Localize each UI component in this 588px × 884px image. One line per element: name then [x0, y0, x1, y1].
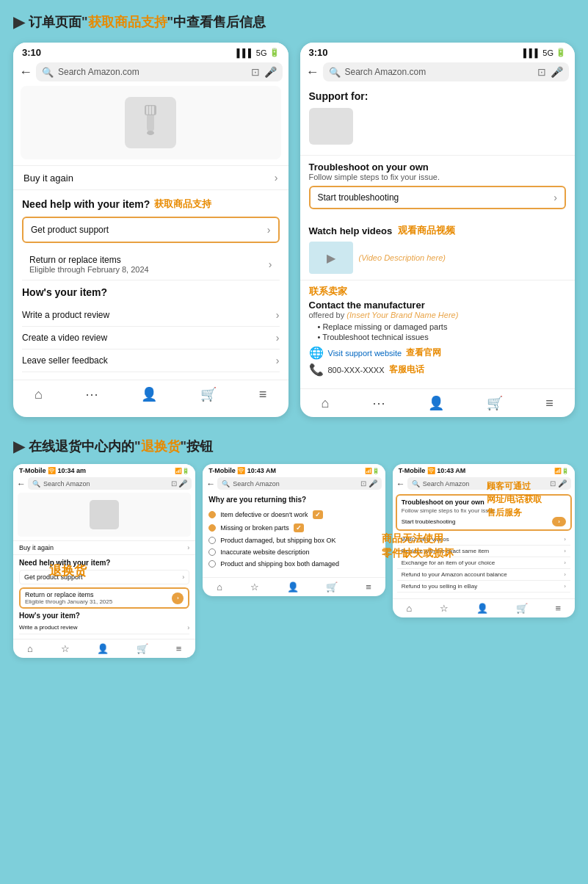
return-title-sm1: Return or replace items — [25, 591, 112, 598]
nav-cart-icon[interactable]: 🛒 — [200, 386, 217, 402]
search-bar-sm2[interactable]: 🔍 Search Amazon ⊡ 🎤 — [217, 477, 381, 490]
nav-home-icon[interactable]: ⌂ — [35, 387, 43, 402]
search-icons-sm3: ⊡ 🎤 — [550, 479, 567, 488]
contact-label-row: 联系卖家 — [309, 285, 567, 298]
return-reason-inaccurate[interactable]: Inaccurate website description — [208, 546, 379, 558]
refund-seller-row[interactable]: Refund to you selling in eBay › — [397, 581, 570, 593]
watch-videos-section: Watch help videos 观看商品视频 ▶ (Video Descri… — [300, 218, 576, 280]
phone-sm2-wrapper: T-Mobile 🛜 10:43 AM 📶🔋 ← 🔍 Search Amazon… — [203, 464, 385, 658]
nav-cart-icon-r[interactable]: 🛒 — [487, 395, 503, 411]
phone-left-bottom-nav: ⌂ ⋯ 👤 🛒 ≡ — [13, 380, 288, 408]
create-video-row[interactable]: Create a video review › — [22, 327, 280, 349]
get-product-support-text: Get product support — [31, 225, 109, 235]
video-thumbnail[interactable]: ▶ — [309, 242, 353, 274]
nav-home-sm1[interactable]: ⌂ — [27, 643, 33, 654]
watch-videos-chinese: 观看商品视频 — [398, 224, 455, 237]
nav-account-sm2[interactable]: 👤 — [287, 582, 299, 593]
start-troubleshooting-btn[interactable]: Start troubleshooting › — [309, 186, 567, 209]
get-support-btn-sm1[interactable]: Get product support › — [19, 570, 189, 584]
refund-amazon-text: Refund to your Amazon account balance — [402, 571, 507, 578]
return-row-sm1[interactable]: Return or replace items Eligible through… — [19, 587, 189, 609]
nav-menu-sm2[interactable]: ≡ — [366, 582, 371, 593]
back-arrow-left[interactable]: ← — [19, 65, 32, 80]
nav-search-sm1[interactable]: ☆ — [61, 643, 70, 654]
section2: ▶ 在线退货中心内的"退换货"按钮 T-Mobile 🛜 10:34 am 📶🔋… — [13, 438, 575, 658]
phone-icon: 📞 — [309, 363, 324, 377]
contact-phone-row[interactable]: 📞 800-XXX-XXXX 客服电话 — [309, 363, 567, 377]
radio-inaccurate[interactable] — [208, 548, 216, 556]
highlighted-title: Troubleshoot on your own — [402, 499, 566, 506]
radio-damaged[interactable] — [208, 537, 216, 544]
nav-cart-sm1[interactable]: 🛒 — [137, 643, 148, 654]
phone-right-time: 3:10 — [309, 47, 328, 58]
radio-missing[interactable] — [208, 524, 216, 532]
nav-cart-sm3[interactable]: 🛒 — [516, 603, 528, 614]
radio-shipping[interactable] — [208, 560, 216, 568]
search-input-sm3[interactable]: Search Amazon — [423, 480, 548, 488]
refund-amazon-row[interactable]: Refund to your Amazon account balance › — [397, 569, 570, 581]
phone-sm2: T-Mobile 🛜 10:43 AM 📶🔋 ← 🔍 Search Amazon… — [203, 464, 385, 596]
nav-home-sm3[interactable]: ⌂ — [407, 603, 413, 614]
search-bar-sm1[interactable]: 🔍 Search Amazon ⊡ 🎤 — [28, 477, 192, 490]
contact-website-row[interactable]: 🌐 Visit support website 查看官网 — [309, 346, 567, 360]
get-product-support-btn[interactable]: Get product support › — [22, 217, 280, 243]
nav-home-icon-r[interactable]: ⌂ — [322, 396, 330, 411]
phone-sm1: T-Mobile 🛜 10:34 am 📶🔋 ← 🔍 Search Amazon… — [13, 464, 195, 658]
back-arrow-right[interactable]: ← — [306, 65, 319, 80]
troubleshoot-btn-sm3[interactable]: Start troubleshooting › — [402, 517, 566, 526]
leave-feedback-row[interactable]: Leave seller feedback › — [22, 349, 280, 372]
search-input-right[interactable]: Search Amazon.com — [345, 67, 534, 77]
nav-search-sm2[interactable]: ☆ — [250, 582, 259, 593]
replace-same-row[interactable]: Replace with the exact same item › — [397, 546, 570, 557]
return-reason-shipping[interactable]: Product and shipping box both damaged — [208, 558, 379, 570]
video-description: (Video Description here) — [359, 253, 446, 262]
troubleshoot-title: Troubleshoot on your own — [309, 162, 567, 173]
radio-defective[interactable] — [208, 511, 216, 518]
hows-section: How's your item? Write a product review … — [13, 286, 288, 372]
nav-account-icon[interactable]: 👤 — [141, 386, 157, 402]
search-input-sm1[interactable]: Search Amazon — [43, 480, 168, 488]
search-bar-sm3[interactable]: 🔍 Search Amazon ⊡ 🎤 — [407, 477, 571, 490]
nav-account-icon-r[interactable]: 👤 — [428, 395, 444, 411]
write-review-row[interactable]: Write a product review › — [22, 304, 280, 327]
signal-icon: ▌▌▌ — [236, 48, 253, 57]
nav-account-sm1[interactable]: 👤 — [97, 643, 109, 654]
search-input-sm2[interactable]: Search Amazon — [233, 480, 357, 488]
nav-search-icon-r[interactable]: ⋯ — [372, 395, 385, 411]
nav-menu-sm1[interactable]: ≡ — [176, 643, 182, 654]
return-reason-damaged[interactable]: Product damaged, but shipping box OK — [208, 535, 379, 546]
nav-menu-sm3[interactable]: ≡ — [555, 603, 561, 614]
phone-sm2-status: T-Mobile 🛜 10:43 AM 📶🔋 — [203, 464, 385, 476]
contact-phone-chinese: 客服电话 — [389, 363, 424, 376]
back-arrow-sm2[interactable]: ← — [206, 479, 215, 489]
return-reason-missing-text: Missing or broken parts — [220, 524, 289, 532]
return-row[interactable]: Return or replace items Eligible through… — [22, 249, 280, 280]
nav-account-sm3[interactable]: 👤 — [476, 603, 488, 614]
search-bar-left[interactable]: 🔍 Search Amazon.com ⊡ 🎤 — [36, 62, 283, 81]
return-reason-defective[interactable]: Item defective or doesn't work ✓ — [208, 508, 379, 521]
watch-help-row[interactable]: Watch help videos › — [397, 534, 570, 546]
nav-search-sm3[interactable]: ☆ — [440, 603, 449, 614]
need-help-title-row-sm1: Need help with your item? — [19, 559, 189, 567]
return-eligible-sm1: Eligible through January 31, 2025 — [25, 598, 112, 605]
return-reason-missing[interactable]: Missing or broken parts ✓ — [208, 521, 379, 535]
return-eligible: Eligible through February 8, 2024 — [29, 265, 149, 274]
nav-menu-icon[interactable]: ≡ — [259, 387, 267, 402]
buy-it-again-row[interactable]: Buy it again › — [13, 165, 288, 190]
svg-point-5 — [147, 131, 154, 135]
phone-sm3-carrier: T-Mobile 🛜 10:43 AM — [399, 467, 466, 474]
nav-menu-icon-r[interactable]: ≡ — [545, 396, 553, 411]
hows-item-sm1[interactable]: Write a product review › — [19, 622, 189, 634]
phone-sm1-carrier: T-Mobile 🛜 10:34 am — [19, 467, 86, 474]
nav-home-sm2[interactable]: ⌂ — [217, 582, 222, 593]
back-arrow-sm1[interactable]: ← — [17, 479, 26, 489]
back-arrow-sm3[interactable]: ← — [396, 479, 405, 489]
search-bar-right[interactable]: 🔍 Search Amazon.com ⊡ 🎤 — [323, 62, 570, 81]
support-btn-chevron: › — [267, 224, 271, 236]
nav-search-icon[interactable]: ⋯ — [85, 386, 98, 402]
nav-cart-sm2[interactable]: 🛒 — [326, 582, 338, 593]
search-input-left[interactable]: Search Amazon.com — [58, 67, 247, 77]
return-left-sm1: Return or replace items Eligible through… — [25, 591, 112, 605]
buy-it-again-sm1[interactable]: Buy it again › — [13, 540, 195, 555]
exchange-row[interactable]: Exchange for an item of your choice › — [397, 557, 570, 569]
